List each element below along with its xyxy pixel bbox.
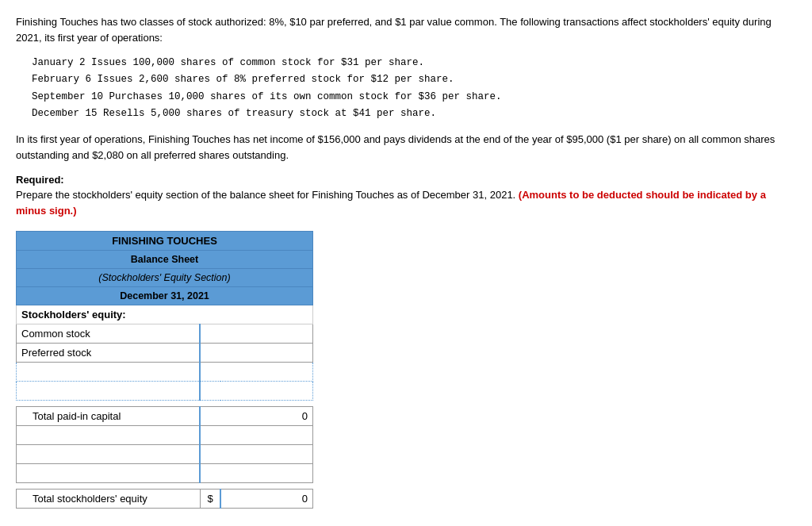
dotted-row-2 xyxy=(17,382,313,401)
required-body-text: Prepare the stockholders' equity section… xyxy=(16,189,519,201)
transaction-3: September 10 Purchases 10,000 shares of … xyxy=(32,89,796,106)
filler-row-1 xyxy=(17,426,313,445)
required-section: Required: Prepare the stockholders' equi… xyxy=(16,174,796,218)
table-date: December 31, 2021 xyxy=(17,287,313,305)
balance-sheet-table: FINISHING TOUCHES Balance Sheet (Stockho… xyxy=(16,231,313,509)
filler-label-3 xyxy=(17,464,201,483)
section-label: Stockholders' equity: xyxy=(17,305,313,324)
filler-row-2 xyxy=(17,445,313,464)
filler-input-3[interactable] xyxy=(200,464,312,483)
income-paragraph: In its first year of operations, Finishi… xyxy=(16,132,796,163)
transactions-block: January 2 Issues 100,000 shares of commo… xyxy=(32,55,796,122)
total-equity-row: Total stockholders' equity $ 0 xyxy=(17,490,313,509)
filler-label-1 xyxy=(17,426,201,445)
filler-row-3 xyxy=(17,464,313,483)
balance-sheet-wrapper: FINISHING TOUCHES Balance Sheet (Stockho… xyxy=(16,231,313,509)
preferred-stock-label: Preferred stock xyxy=(17,344,201,363)
preferred-stock-input[interactable] xyxy=(200,344,312,363)
table-title: FINISHING TOUCHES xyxy=(17,232,313,251)
preferred-stock-row: Preferred stock xyxy=(17,344,313,363)
required-label: Required: xyxy=(16,174,796,186)
total-equity-dollar: $ xyxy=(200,490,220,509)
total-paid-value[interactable]: 0 xyxy=(200,407,312,426)
common-stock-label: Common stock xyxy=(17,324,201,344)
dotted-input-2[interactable] xyxy=(200,382,312,401)
dotted-label-1 xyxy=(17,363,201,382)
transaction-2: February 6 Issues 2,600 shares of 8% pre… xyxy=(32,71,796,88)
filler-label-2 xyxy=(17,445,201,464)
dotted-label-2 xyxy=(17,382,201,401)
filler-input-2[interactable] xyxy=(200,445,312,464)
intro-paragraph: Finishing Touches has two classes of sto… xyxy=(16,14,796,45)
section-label-row: Stockholders' equity: xyxy=(17,305,313,324)
transaction-1: January 2 Issues 100,000 shares of commo… xyxy=(32,55,796,71)
common-stock-input[interactable] xyxy=(200,324,312,344)
total-paid-row: Total paid-in capital 0 xyxy=(17,407,313,426)
table-subtitle1: Balance Sheet xyxy=(17,251,313,269)
total-equity-label: Total stockholders' equity xyxy=(17,490,201,509)
dotted-row-1 xyxy=(17,363,313,382)
common-stock-row: Common stock xyxy=(17,324,313,344)
filler-input-1[interactable] xyxy=(200,426,312,445)
required-body: Prepare the stockholders' equity section… xyxy=(16,187,796,218)
table-subtitle2: (Stockholders' Equity Section) xyxy=(17,269,313,287)
dotted-input-1[interactable] xyxy=(200,363,312,382)
total-paid-label: Total paid-in capital xyxy=(17,407,201,426)
total-equity-value[interactable]: 0 xyxy=(220,490,312,509)
transaction-4: December 15 Resells 5,000 shares of trea… xyxy=(32,106,796,122)
